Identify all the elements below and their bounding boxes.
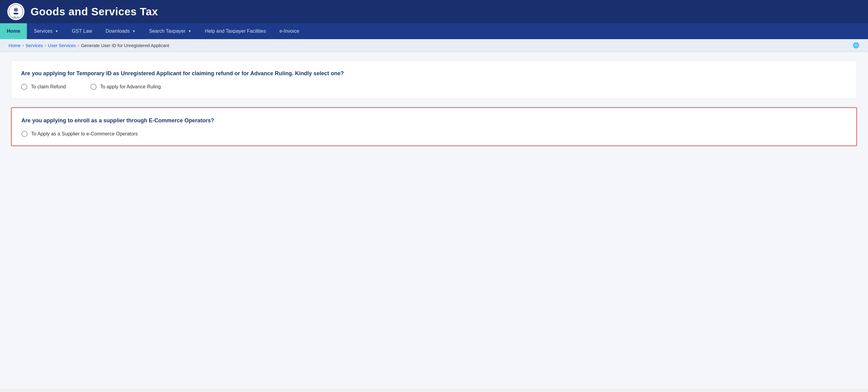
temporary-id-card: Are you applying for Temporary ID as Unr…: [11, 61, 857, 99]
card2-question: Are you applying to enroll as a supplier…: [21, 117, 847, 125]
nav-search-taxpayer[interactable]: Search Taxpayer ▼: [143, 23, 198, 39]
breadcrumb-sep-2: ›: [44, 43, 46, 48]
refund-option[interactable]: To claim Refund: [21, 84, 66, 90]
services-arrow-icon: ▼: [55, 29, 58, 33]
breadcrumb-services[interactable]: Services: [26, 43, 43, 48]
header: सत्यमेव जयते Goods and Services Tax: [0, 0, 868, 23]
header-title: Goods and Services Tax: [31, 5, 158, 18]
nav-downloads[interactable]: Downloads ▼: [99, 23, 142, 39]
nav-gst-law[interactable]: GST Law: [65, 23, 99, 39]
breadcrumb-home[interactable]: Home: [8, 43, 21, 48]
breadcrumb-current: Generate User ID for Unregistered Applic…: [81, 43, 169, 48]
supplier-radio[interactable]: [21, 131, 28, 137]
globe-icon: 🌐: [853, 42, 860, 49]
advance-ruling-option[interactable]: To apply for Advance Ruling: [90, 84, 161, 90]
footer-bar: PROCEED: [0, 389, 868, 392]
main-content: Are you applying for Temporary ID as Unr…: [0, 52, 868, 389]
nav-services[interactable]: Services ▼: [27, 23, 65, 39]
advance-ruling-radio[interactable]: [90, 84, 97, 90]
svg-text:सत्यमेव जयते: सत्यमेव जयते: [13, 17, 19, 18]
card1-options: To claim Refund To apply for Advance Rul…: [21, 84, 847, 90]
svg-rect-13: [14, 14, 18, 14]
nav-help[interactable]: Help and Taxpayer Facilities: [198, 23, 273, 39]
logo: सत्यमेव जयते: [7, 3, 25, 20]
breadcrumb-sep-3: ›: [78, 43, 79, 48]
card1-question: Are you applying for Temporary ID as Unr…: [21, 69, 847, 78]
refund-radio[interactable]: [21, 84, 27, 90]
breadcrumb-sep-1: ›: [22, 43, 24, 48]
ecommerce-card: Are you applying to enroll as a supplier…: [11, 107, 857, 146]
supplier-option[interactable]: To Apply as a Supplier to e-Commerce Ope…: [21, 131, 138, 137]
supplier-label: To Apply as a Supplier to e-Commerce Ope…: [31, 131, 138, 137]
breadcrumb: Home › Services › User Services › Genera…: [0, 39, 868, 52]
search-arrow-icon: ▼: [188, 29, 191, 33]
nav-home[interactable]: Home: [0, 23, 27, 39]
svg-rect-12: [13, 13, 18, 14]
refund-label: To claim Refund: [31, 84, 66, 90]
downloads-arrow-icon: ▼: [132, 29, 135, 33]
nav-e-invoice[interactable]: e-Invoice: [273, 23, 306, 39]
advance-ruling-label: To apply for Advance Ruling: [100, 84, 161, 90]
breadcrumb-user-services[interactable]: User Services: [48, 43, 76, 48]
card2-options: To Apply as a Supplier to e-Commerce Ope…: [21, 131, 847, 137]
navbar: Home Services ▼ GST Law Downloads ▼ Sear…: [0, 23, 868, 39]
